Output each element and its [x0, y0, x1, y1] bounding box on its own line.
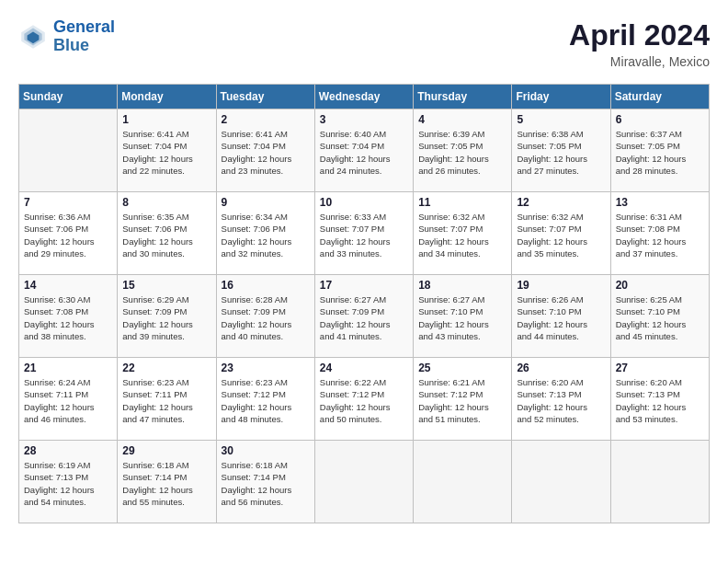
- day-number: 2: [222, 113, 310, 126]
- day-info: Sunrise: 6:18 AM Sunset: 7:14 PM Dayligh…: [222, 459, 310, 508]
- day-number: 13: [616, 196, 704, 209]
- day-number: 26: [517, 362, 605, 374]
- col-header-sunday: Sunday: [19, 85, 118, 109]
- day-info: Sunrise: 6:27 AM Sunset: 7:10 PM Dayligh…: [418, 293, 506, 342]
- location: Miravalle, Mexico: [569, 54, 710, 69]
- calendar-cell: 23Sunrise: 6:23 AM Sunset: 7:12 PM Dayli…: [216, 358, 314, 441]
- col-header-monday: Monday: [118, 85, 216, 109]
- col-header-wednesday: Wednesday: [314, 85, 413, 109]
- day-info: Sunrise: 6:36 AM Sunset: 7:06 PM Dayligh…: [24, 211, 112, 259]
- day-number: 21: [24, 362, 112, 374]
- day-number: 10: [320, 196, 408, 209]
- calendar-cell: [314, 441, 413, 523]
- calendar-cell: 9Sunrise: 6:34 AM Sunset: 7:06 PM Daylig…: [216, 192, 314, 275]
- calendar-cell: 5Sunrise: 6:38 AM Sunset: 7:05 PM Daylig…: [512, 109, 610, 192]
- day-info: Sunrise: 6:41 AM Sunset: 7:04 PM Dayligh…: [222, 128, 310, 177]
- logo-text: General Blue: [53, 18, 115, 55]
- day-number: 7: [24, 196, 112, 209]
- day-info: Sunrise: 6:30 AM Sunset: 7:08 PM Dayligh…: [24, 293, 112, 342]
- page-header: General Blue April 2024 Miravalle, Mexic…: [18, 18, 710, 69]
- calendar-cell: [414, 441, 512, 523]
- day-info: Sunrise: 6:32 AM Sunset: 7:07 PM Dayligh…: [418, 211, 506, 259]
- calendar-cell: 12Sunrise: 6:32 AM Sunset: 7:07 PM Dayli…: [512, 192, 610, 275]
- day-info: Sunrise: 6:20 AM Sunset: 7:13 PM Dayligh…: [517, 376, 605, 425]
- col-header-saturday: Saturday: [610, 85, 709, 109]
- logo: General Blue: [18, 18, 115, 55]
- day-number: 24: [320, 362, 408, 374]
- calendar-cell: 2Sunrise: 6:41 AM Sunset: 7:04 PM Daylig…: [216, 109, 314, 192]
- day-number: 5: [517, 113, 605, 126]
- calendar-cell: 27Sunrise: 6:20 AM Sunset: 7:13 PM Dayli…: [610, 358, 709, 441]
- day-info: Sunrise: 6:39 AM Sunset: 7:05 PM Dayligh…: [418, 128, 506, 177]
- calendar-cell: 29Sunrise: 6:18 AM Sunset: 7:14 PM Dayli…: [118, 441, 216, 523]
- logo-line1: General: [53, 17, 115, 36]
- day-number: 29: [122, 444, 210, 457]
- day-number: 18: [418, 279, 506, 292]
- calendar-cell: 4Sunrise: 6:39 AM Sunset: 7:05 PM Daylig…: [414, 109, 512, 192]
- day-info: Sunrise: 6:26 AM Sunset: 7:10 PM Dayligh…: [517, 293, 605, 342]
- calendar-cell: 20Sunrise: 6:25 AM Sunset: 7:10 PM Dayli…: [610, 275, 709, 358]
- calendar-cell: 30Sunrise: 6:18 AM Sunset: 7:14 PM Dayli…: [216, 441, 314, 523]
- calendar-cell: 14Sunrise: 6:30 AM Sunset: 7:08 PM Dayli…: [19, 275, 118, 358]
- calendar-cell: 1Sunrise: 6:41 AM Sunset: 7:04 PM Daylig…: [118, 109, 216, 192]
- day-number: 3: [320, 113, 408, 126]
- calendar-cell: 11Sunrise: 6:32 AM Sunset: 7:07 PM Dayli…: [414, 192, 512, 275]
- day-number: 15: [122, 279, 210, 292]
- calendar-cell: 10Sunrise: 6:33 AM Sunset: 7:07 PM Dayli…: [314, 192, 413, 275]
- calendar-header-row: SundayMondayTuesdayWednesdayThursdayFrid…: [19, 85, 710, 109]
- calendar-cell: 3Sunrise: 6:40 AM Sunset: 7:04 PM Daylig…: [314, 109, 413, 192]
- calendar-cell: 7Sunrise: 6:36 AM Sunset: 7:06 PM Daylig…: [19, 192, 118, 275]
- day-info: Sunrise: 6:25 AM Sunset: 7:10 PM Dayligh…: [616, 293, 704, 342]
- day-info: Sunrise: 6:20 AM Sunset: 7:13 PM Dayligh…: [616, 376, 704, 425]
- day-info: Sunrise: 6:19 AM Sunset: 7:13 PM Dayligh…: [24, 459, 112, 508]
- day-info: Sunrise: 6:37 AM Sunset: 7:05 PM Dayligh…: [616, 128, 704, 177]
- day-number: 28: [24, 444, 112, 457]
- calendar-week-row: 28Sunrise: 6:19 AM Sunset: 7:13 PM Dayli…: [19, 441, 710, 523]
- calendar-cell: [19, 109, 118, 192]
- day-number: 22: [122, 362, 210, 374]
- day-number: 8: [122, 196, 210, 209]
- calendar-cell: 21Sunrise: 6:24 AM Sunset: 7:11 PM Dayli…: [19, 358, 118, 441]
- month-year: April 2024: [569, 18, 710, 52]
- day-number: 1: [122, 113, 210, 126]
- day-info: Sunrise: 6:27 AM Sunset: 7:09 PM Dayligh…: [320, 293, 408, 342]
- day-number: 4: [418, 113, 506, 126]
- day-number: 14: [24, 279, 112, 292]
- calendar-body: 1Sunrise: 6:41 AM Sunset: 7:04 PM Daylig…: [19, 109, 710, 523]
- day-number: 9: [222, 196, 310, 209]
- day-info: Sunrise: 6:38 AM Sunset: 7:05 PM Dayligh…: [517, 128, 605, 177]
- day-info: Sunrise: 6:40 AM Sunset: 7:04 PM Dayligh…: [320, 128, 408, 177]
- calendar-week-row: 14Sunrise: 6:30 AM Sunset: 7:08 PM Dayli…: [19, 275, 710, 358]
- day-number: 30: [222, 444, 310, 457]
- calendar-cell: 13Sunrise: 6:31 AM Sunset: 7:08 PM Dayli…: [610, 192, 709, 275]
- day-info: Sunrise: 6:33 AM Sunset: 7:07 PM Dayligh…: [320, 211, 408, 259]
- calendar-week-row: 21Sunrise: 6:24 AM Sunset: 7:11 PM Dayli…: [19, 358, 710, 441]
- day-info: Sunrise: 6:23 AM Sunset: 7:11 PM Dayligh…: [122, 376, 210, 425]
- day-info: Sunrise: 6:35 AM Sunset: 7:06 PM Dayligh…: [122, 211, 210, 259]
- logo-line2: Blue: [53, 36, 89, 54]
- calendar-cell: 6Sunrise: 6:37 AM Sunset: 7:05 PM Daylig…: [610, 109, 709, 192]
- calendar-cell: 19Sunrise: 6:26 AM Sunset: 7:10 PM Dayli…: [512, 275, 610, 358]
- calendar-cell: 17Sunrise: 6:27 AM Sunset: 7:09 PM Dayli…: [314, 275, 413, 358]
- day-number: 27: [616, 362, 704, 374]
- col-header-thursday: Thursday: [414, 85, 512, 109]
- calendar-cell: 26Sunrise: 6:20 AM Sunset: 7:13 PM Dayli…: [512, 358, 610, 441]
- day-info: Sunrise: 6:41 AM Sunset: 7:04 PM Dayligh…: [122, 128, 210, 177]
- calendar-cell: 25Sunrise: 6:21 AM Sunset: 7:12 PM Dayli…: [414, 358, 512, 441]
- calendar-table: SundayMondayTuesdayWednesdayThursdayFrid…: [18, 84, 710, 523]
- calendar-cell: 28Sunrise: 6:19 AM Sunset: 7:13 PM Dayli…: [19, 441, 118, 523]
- calendar-cell: 15Sunrise: 6:29 AM Sunset: 7:09 PM Dayli…: [118, 275, 216, 358]
- day-info: Sunrise: 6:29 AM Sunset: 7:09 PM Dayligh…: [122, 293, 210, 342]
- calendar-cell: 24Sunrise: 6:22 AM Sunset: 7:12 PM Dayli…: [314, 358, 413, 441]
- day-info: Sunrise: 6:31 AM Sunset: 7:08 PM Dayligh…: [616, 211, 704, 259]
- day-info: Sunrise: 6:18 AM Sunset: 7:14 PM Dayligh…: [122, 459, 210, 508]
- col-header-tuesday: Tuesday: [216, 85, 314, 109]
- day-number: 19: [517, 279, 605, 292]
- day-info: Sunrise: 6:24 AM Sunset: 7:11 PM Dayligh…: [24, 376, 112, 425]
- calendar-cell: 16Sunrise: 6:28 AM Sunset: 7:09 PM Dayli…: [216, 275, 314, 358]
- title-block: April 2024 Miravalle, Mexico: [569, 18, 710, 69]
- day-number: 23: [222, 362, 310, 374]
- calendar-week-row: 7Sunrise: 6:36 AM Sunset: 7:06 PM Daylig…: [19, 192, 710, 275]
- day-info: Sunrise: 6:34 AM Sunset: 7:06 PM Dayligh…: [222, 211, 310, 259]
- day-info: Sunrise: 6:21 AM Sunset: 7:12 PM Dayligh…: [418, 376, 506, 425]
